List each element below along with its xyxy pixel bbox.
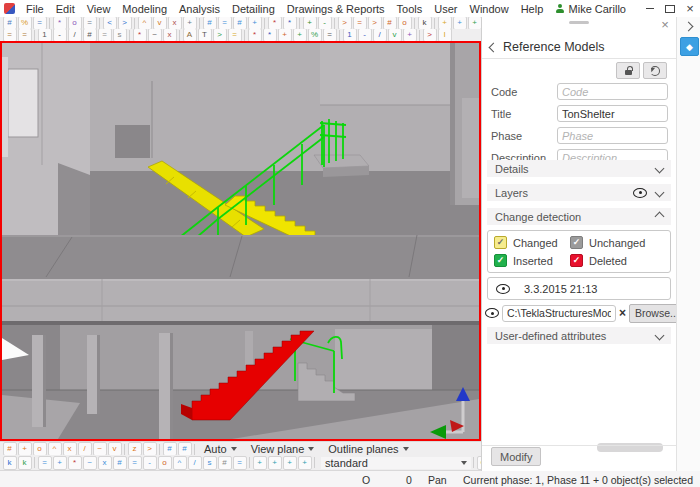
flag-red-icon[interactable]: * [268,17,282,29]
menu-window[interactable]: Window [464,2,515,16]
select-bolts-icon[interactable]: * [68,456,82,470]
package-green-icon[interactable]: + [468,17,482,29]
window-cascade-icon[interactable]: = [218,17,232,29]
menu-user[interactable]: User [428,2,463,16]
select-welds-icon[interactable]: ~ [83,456,97,470]
snap-xy-icon[interactable]: > [143,442,157,456]
save-icon[interactable]: = [33,17,47,29]
select-cuts-icon[interactable]: x [98,456,112,470]
select-filter-d-icon[interactable]: + [298,456,312,470]
snap-plane-b-icon[interactable]: # [178,442,192,456]
reference-models-pane-icon[interactable]: ◆ [680,37,699,56]
select-filter-c-icon[interactable]: + [283,456,297,470]
snap-extension-icon[interactable]: ~ [93,442,107,456]
snap-midpoint-icon[interactable]: ^ [48,442,62,456]
select-phases-icon[interactable]: / [188,456,202,470]
model-path-input[interactable] [502,305,616,322]
snap-points-icon[interactable]: + [18,442,32,456]
model-view-3d[interactable] [0,41,481,441]
fly-icon[interactable]: > [368,17,382,29]
select-filter-b-icon[interactable]: + [268,456,282,470]
paste-down-icon[interactable]: v [153,17,167,29]
cut-icon[interactable]: x [168,17,182,29]
rotate-icon[interactable]: > [338,17,352,29]
undo-icon[interactable]: < [103,17,117,29]
snap-center-icon[interactable]: o [33,442,47,456]
fit-view-icon[interactable]: # [383,17,397,29]
comparison-date-box[interactable]: 3.3.2015 21:13 [487,277,671,300]
menu-file[interactable]: File [20,2,50,16]
select-filter-a-icon[interactable]: + [253,456,267,470]
minimize-button[interactable] [640,1,660,16]
copy-up-icon[interactable]: ^ [138,17,152,29]
uda-section-header[interactable]: User-defined attributes [487,327,671,344]
details-section-header[interactable]: Details [487,160,671,177]
model-visibility-eye-icon[interactable] [485,308,499,318]
select-grid-lines-icon[interactable]: - [143,456,157,470]
refresh-button[interactable] [643,62,667,79]
redo-icon[interactable]: > [118,17,132,29]
snap-nearest-icon[interactable]: v [108,442,122,456]
inserted-checkbox[interactable]: ✓ [494,254,507,267]
zoom-out-icon[interactable]: - [318,17,332,29]
window-tile-icon[interactable]: # [233,17,247,29]
close-button[interactable]: × [680,1,700,16]
new-icon[interactable]: # [3,17,17,29]
menu-help[interactable]: Help [515,2,550,16]
point-icon[interactable]: * [53,17,67,29]
menu-analysis[interactable]: Analysis [173,2,226,16]
select-assemblies-icon[interactable]: ^ [173,456,187,470]
pan-tool-icon[interactable]: = [353,17,367,29]
back-chevron-icon[interactable] [489,42,499,52]
select-components-icon[interactable]: s [203,456,217,470]
snap-z-icon[interactable]: z [128,442,142,456]
window-pick-icon[interactable]: + [248,17,262,29]
zoom-in-icon[interactable]: + [303,17,317,29]
snap-edge-icon[interactable]: / [78,442,92,456]
menu-view[interactable]: View [81,2,117,16]
unchanged-checkbox[interactable]: ✓ [570,236,583,249]
clipboard-icon[interactable]: + [183,17,197,29]
select-parts-icon[interactable]: = [38,456,52,470]
menu-detailing[interactable]: Detailing [226,2,281,16]
flag-blue-icon[interactable]: * [283,17,297,29]
menu-modeling[interactable]: Modeling [116,2,173,16]
panel-close-icon[interactable]: × [659,17,671,32]
view-plane-dropdown[interactable]: View plane [244,443,322,455]
user-name[interactable]: Mike Carillo [569,3,626,15]
snap-intersection-icon[interactable]: x [63,442,77,456]
layers-section-header[interactable]: Layers [487,184,671,201]
outline-planes-dropdown[interactable]: Outline planes [321,443,415,455]
pointer-icon[interactable]: k [418,17,432,29]
menu-tools[interactable]: Tools [391,2,429,16]
snap-auto-dropdown[interactable]: Auto [197,443,244,455]
deleted-checkbox[interactable]: ✓ [570,254,583,267]
selection-filter-dropdown[interactable]: standard [321,457,471,469]
open-icon[interactable]: % [18,17,32,29]
maximize-button[interactable] [660,1,680,16]
modify-button[interactable]: Modify [491,447,541,466]
menu-drawings-reports[interactable]: Drawings & Reports [281,2,391,16]
snap-ortho-icon[interactable]: # [3,442,17,456]
window-new-icon[interactable]: # [203,17,217,29]
select-all-icon[interactable]: k [3,456,17,470]
package-blue-icon[interactable]: + [453,17,467,29]
select-inverse-icon[interactable]: k [18,456,32,470]
title-input[interactable] [557,105,668,122]
select-grids-icon[interactable]: = [128,456,142,470]
select-joints-icon[interactable]: o [158,456,172,470]
package-yellow-icon[interactable]: + [438,17,452,29]
select-surfaces-icon[interactable]: # [218,456,232,470]
panel-drag-handle[interactable] [569,21,589,24]
layers-visibility-eye-icon[interactable] [633,188,647,198]
expand-pane-chevron-icon[interactable] [684,22,694,32]
code-input[interactable] [557,83,668,100]
menu-edit[interactable]: Edit [50,2,81,16]
unlock-button[interactable] [616,62,640,79]
select-views-icon[interactable]: # [113,456,127,470]
clear-path-icon[interactable]: × [619,305,626,321]
changed-checkbox[interactable]: ✓ [494,236,507,249]
screenshot-icon[interactable]: o [68,17,82,29]
print-icon[interactable]: = [83,17,97,29]
select-points-icon[interactable]: + [53,456,67,470]
